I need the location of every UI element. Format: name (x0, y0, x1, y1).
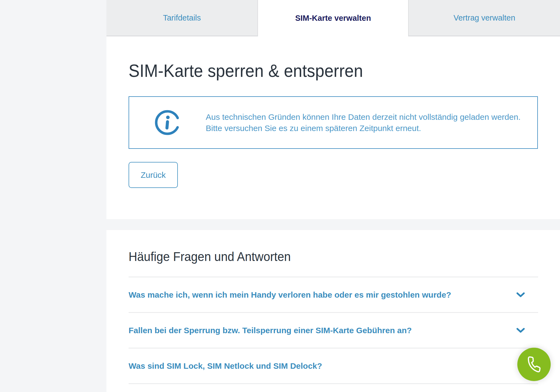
tab-tarifdetails[interactable]: Tarifdetails (106, 0, 258, 36)
faq-heading: Häufige Fragen und Antworten (129, 230, 518, 264)
section-divider-gap (106, 219, 560, 230)
sim-lock-panel: SIM-Karte sperren & entsperren Aus techn… (106, 36, 560, 219)
content-column: Tarifdetails SIM-Karte verwalten Vertrag… (106, 0, 560, 392)
back-button[interactable]: Zurück (129, 162, 178, 188)
chevron-down-icon (516, 292, 525, 298)
faq-panel: Häufige Fragen und Antworten Was mache i… (106, 230, 560, 392)
faq-list: Was mache ich, wenn ich mein Handy verlo… (129, 277, 538, 384)
phone-icon (526, 356, 542, 372)
tab-bar: Tarifdetails SIM-Karte verwalten Vertrag… (106, 0, 560, 36)
faq-question: Fallen bei der Sperrung bzw. Teilsperrun… (129, 326, 423, 335)
faq-item-sperrung-gebuehren[interactable]: Fallen bei der Sperrung bzw. Teilsperrun… (129, 313, 538, 349)
info-notice-text: Aus technischen Gründen können Ihre Date… (206, 111, 526, 134)
tab-vertrag-verwalten[interactable]: Vertrag verwalten (408, 0, 560, 36)
faq-item-lost-phone[interactable]: Was mache ich, wenn ich mein Handy verlo… (129, 277, 538, 313)
faq-question: Was mache ich, wenn ich mein Handy verlo… (129, 290, 462, 300)
tab-sim-karte-verwalten[interactable]: SIM-Karte verwalten (258, 0, 408, 36)
chevron-down-icon (516, 328, 525, 333)
faq-question: Was sind SIM Lock, SIM Netlock und SIM D… (129, 361, 333, 371)
phone-contact-fab[interactable] (517, 348, 551, 381)
faq-item-sim-lock[interactable]: Was sind SIM Lock, SIM Netlock und SIM D… (129, 349, 538, 384)
page-title: SIM-Karte sperren & entsperren (129, 36, 509, 81)
info-icon (154, 108, 181, 137)
info-notice: Aus technischen Gründen können Ihre Date… (129, 96, 538, 149)
